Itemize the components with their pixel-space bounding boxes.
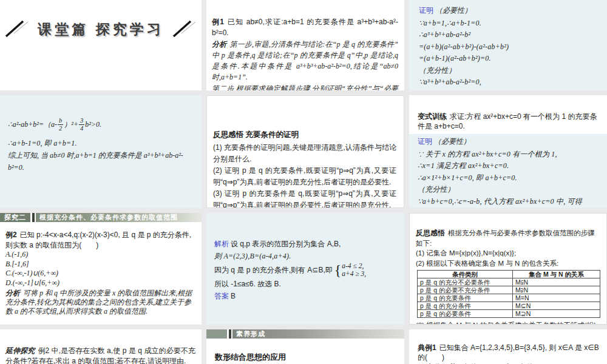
option-b: B.[-1,6] — [5, 260, 195, 269]
panel-reflection1: 反思感悟 充要条件的证明 (1) 充要条件的证明问题,关键是理清题意,认清条件与… — [206, 95, 404, 208]
inequality-2: a+4 ≥ 3, — [342, 270, 366, 278]
page-title: 课堂篇 探究学习 — [38, 20, 163, 39]
system-pre-text: 因为 q 是 p 的充分条件,则有 A⊆B,即 — [214, 264, 333, 276]
classic-label: 典例1 — [418, 343, 436, 352]
example1-text: 已知 ab≠0,求证:a+b=1 的充要条件是 a³+b³+ab-a²-b²=0… — [212, 18, 398, 37]
literacy-bar-title: 素养形成 — [232, 329, 404, 339]
answer-value: B — [231, 292, 236, 300]
panel-example1: 例1已知 ab≠0,求证:a+b=1 的充要条件是 a³+b³+ab-a²-b²… — [206, 0, 404, 90]
table-row: p 是 q 的必要不充分条件M⫌N — [418, 286, 600, 294]
inequality-stack: a-4 ≤ 2, a+4 ≥ 3, — [342, 262, 366, 278]
table-header-row: 条件类别 集合 M 与 N 的关系 — [418, 271, 600, 278]
reflection1-items: (1) 充要条件的证明问题,关键是理清题意,认清条件与结论分别是什么.(2) 证… — [213, 142, 396, 208]
fraction-mid: ）²+ — [64, 120, 78, 130]
table-cell: M=N — [513, 294, 600, 302]
brush-stroke-left-icon — [4, 18, 30, 41]
table-cell: M⊇N — [513, 310, 600, 318]
text-line: ∵a³+b³+ab-a²-b²=0, — [419, 76, 600, 89]
panel-literacy: 素养形成 数形结合思想的应用 — [206, 329, 404, 364]
variation-proof: 证明（必要性） ∵ 关于 x 的方程 ax²+bx+c=0 有一个根为 1,∴x… — [409, 134, 607, 208]
panel-example2: 探究二 根据充分条件、必要条件求参数的取值范围 例2已知 p:-4<x-a<4,… — [0, 213, 202, 325]
table-row: p 是 q 的充分条件M⊆N — [418, 302, 600, 310]
text-line: (2) 证明 p 是 q 的充要条件,既要证明“p⇒q”为真,又要证明“q⇒p”… — [213, 165, 396, 188]
analysis2-text: 第二步,根据要求确定解题步骤.分别证明“充分性”与“必要性”,先证必要性:“结论… — [212, 84, 398, 90]
example2-options: A.(-1,6) B.[-1,6] C.(-∞,-1)∪(6,+∞) D.(-∞… — [5, 250, 195, 288]
text-line: ∴a×1²+b×1+c=0, 即 a+b+c=0. — [418, 172, 599, 184]
variation-label: 变式训练 — [418, 112, 447, 121]
panel-solution2: 解析设 q,p 表示的范围分别为集合 A,B, 则 A=(2,3),B=(a-4… — [206, 213, 404, 325]
explore2-bar-title: 根据充分条件、必要条件求参数的取值范围 — [36, 213, 202, 222]
example1-label: 例1 — [212, 18, 224, 26]
reflection1-heading: 反思感悟 充要条件的证明 — [213, 129, 396, 141]
brush-stroke-right-icon — [172, 18, 197, 41]
example2-content: 例2已知 p:-4<x-a<4,q:(x-2)(x-3)<0, 且 q 是 p … — [0, 222, 202, 316]
fraction-pre: ∴a²-ab+b²=（a- — [8, 120, 57, 130]
extend-text: 延伸探究例2 中,是否存在实数 a,使 p 是 q 成立的必要不充分条件?若存在… — [5, 346, 195, 364]
variation-proof-lines: ∵ 关于 x 的方程 ax²+bx+c=0 有一个根为 1,∴x=1 满足方程 … — [418, 149, 599, 209]
reflection2-item2: (2) 根据以下表格确定集合 M 与 N 的包含关系: — [416, 258, 600, 269]
solution-text: 设 q,p 表示的范围分别为集合 A,B, — [231, 240, 341, 248]
table-cell: p 是 q 的充分不必要条件 — [418, 278, 513, 286]
extend-label: 延伸探究 — [5, 346, 35, 355]
example1-analysis2: 第二步,根据要求确定解题步骤.分别证明“充分性”与“必要性”,先证必要性:“结论… — [212, 83, 398, 90]
variation-proof-heading: 证明（必要性） — [418, 136, 599, 148]
analysis-text: 可将 p 和 q 中所涉及的变量 x 的取值范围解出来,根据充分条件,转化为其构… — [5, 289, 192, 315]
proof-label: 证明 — [418, 137, 432, 146]
text-line: （充分性） — [419, 65, 600, 77]
table-cell: M⫌N — [513, 286, 600, 294]
text-line: ∴a³+b³+ab-a²-b² — [419, 29, 600, 41]
reflection2-item1: (1) 记集合 M={x|p(x)},N={x|q(x)}; — [416, 248, 600, 258]
option-d: D.(-∞,-1]∪[6,+∞) — [5, 278, 195, 288]
proof1-lines: ∵a+b=1,∴a+b-1=0.∴a³+b³+ab-a²-b²=(a+b)(a²… — [419, 18, 600, 91]
solution-line3: 因为 q 是 p 的充分条件,则有 A⊆B,即 { a-4 ≤ 2, a+4 ≥… — [214, 262, 397, 278]
table-cell: p 是 q 的必要条件 — [418, 310, 513, 318]
panel-extend-exploration: 延伸探究例2 中,是否存在实数 a,使 p 是 q 成立的必要不充分条件?若存在… — [0, 329, 202, 364]
example1-analysis: 分析第一步,审题,分清条件与结论:在“p 是 q 的充要条件”中 p 是条件,q… — [212, 39, 398, 83]
analysis-label: 分析 — [5, 289, 20, 297]
table-row: p 是 q 的充要条件M=N — [418, 294, 600, 302]
proof1-heading: 证明（必要性） — [419, 5, 600, 17]
text-line: （充分性） — [418, 184, 599, 196]
conclusion-line1: ∴a+b-1=0, 即 a+b=1. — [8, 137, 193, 149]
text-line: (1) 充要条件的证明问题,关键是理清题意,认清条件与结论分别是什么. — [213, 142, 396, 165]
table-cell: M⊆N — [513, 302, 600, 310]
variation-statement: 变式训练求证:方程 ax²+bx+c=0 有一个根为 1 的充要条件是 a+b+… — [409, 95, 607, 134]
solution-line4: 所以 -1≤a≤6. 故选 B. — [214, 278, 397, 290]
text-line: (3) 证明 p 的充要条件是 q,既要证明“p⇒q”为真,又要证明“q⇒p”为… — [213, 188, 396, 208]
analysis-label: 分析 — [212, 40, 226, 49]
table-cell: p 是 q 的充要条件 — [418, 294, 513, 302]
text-line: ∴x=1 满足方程 ax²+bx+c=0. — [418, 160, 599, 172]
option-c: C.(-∞,-1)∪(6,+∞) — [5, 269, 195, 278]
inequality-1: a-4 ≤ 2, — [342, 262, 366, 270]
panel-classic-example: 典例1已知集合 A={1,2,3,4,5},B={3,4,5}, 则 x∈A 是… — [409, 329, 607, 364]
table-cell: M⫋N — [513, 278, 600, 286]
solution-line1: 解析设 q,p 表示的范围分别为集合 A,B, — [214, 238, 397, 250]
condition-relation-table: 条件类别 集合 M 与 N 的关系 p 是 q 的充分不必要条件M⫋Np 是 q… — [417, 270, 600, 318]
section-title-row: 课堂篇 探究学习 — [0, 18, 202, 41]
conclusion-line2: 综上可知, 当 ab≠0 时,a+b=1 的充要条件是 a³+b³+ab-a²-… — [8, 149, 193, 174]
solution-label: 解析 — [214, 240, 229, 248]
text-line: ∴(a+b-1)(a²-ab+b²)=0. — [419, 89, 600, 91]
panel-proof1: 证明（必要性） ∵a+b=1,∴a+b-1=0.∴a³+b³+ab-a²-b²=… — [409, 0, 607, 90]
example2-statement: 例2已知 p:-4<x-a<4,q:(x-2)(x-3)<0, 且 q 是 p … — [5, 230, 195, 250]
explore2-tab: 探究二 — [0, 213, 30, 222]
example2-label: 例2 — [5, 231, 17, 239]
solution-line2: 则 A=(2,3),B=(a-4,a+4). — [214, 250, 397, 262]
text-line: =(a+b)(a²-ab+b²)-(a²-ab+b²) — [419, 41, 600, 53]
explore2-section-bar: 探究二 根据充分条件、必要条件求参数的取值范围 — [0, 213, 202, 222]
brace-glyph: { — [334, 264, 342, 276]
classic-statement: 典例1已知集合 A={1,2,3,4,5},B={3,4,5}, 则 x∈A 是… — [418, 343, 601, 362]
table-cell: p 是 q 的必要不充分条件 — [418, 286, 513, 294]
literacy-section-bar: 素养形成 — [206, 329, 404, 339]
text-line: ∵ 关于 x 的方程 ax²+bx+c=0 有一个根为 1, — [418, 149, 599, 161]
proof-label: 证明 — [419, 6, 433, 15]
table-cell: p 是 q 的充分条件 — [418, 302, 513, 310]
text-line: ∵a+b=1,∴a+b-1=0. — [419, 18, 600, 30]
fraction-b-over-2: b2 — [58, 117, 63, 132]
table-header-relation: 集合 M 与 N 的关系 — [513, 271, 600, 278]
proof-head: （必要性） — [434, 137, 470, 146]
text-line: =(a+b-1)(a²-ab+b²)=0. — [419, 53, 600, 65]
panel-proof1-continued: ∴a²-ab+b²=（a-b2）²+34b²>0. ∴a+b-1=0, 即 a+… — [0, 95, 202, 208]
table-header-condition: 条件类别 — [418, 271, 513, 278]
fraction-line: ∴a²-ab+b²=（a-b2）²+34b²>0. — [8, 117, 193, 132]
